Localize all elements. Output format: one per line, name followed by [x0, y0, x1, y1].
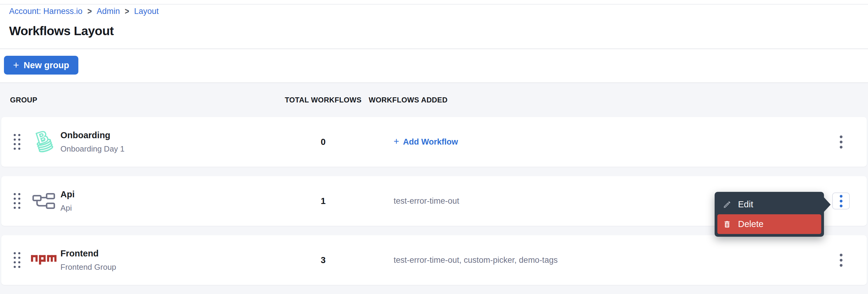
menu-item-edit-label: Edit — [738, 199, 753, 210]
drag-handle-icon[interactable] — [12, 191, 22, 211]
group-name: Api — [60, 189, 272, 199]
group-name: Frontend — [60, 249, 272, 259]
new-group-button[interactable]: + New group — [4, 56, 79, 75]
plus-icon: + — [394, 136, 399, 147]
menu-item-delete[interactable]: Delete — [717, 214, 821, 234]
add-workflow-link[interactable]: + Add Workflow — [394, 137, 458, 147]
stacked-layers-logo-icon: B — [31, 127, 57, 156]
breadcrumb-admin-link[interactable]: Admin — [97, 7, 120, 16]
total-workflows-value: 3 — [278, 255, 369, 265]
chevron-right-icon: > — [88, 6, 92, 16]
column-header-group: GROUP — [1, 96, 278, 104]
page-header: Account: Harness.io > Admin > Layout Wor… — [9, 7, 158, 38]
trash-icon — [723, 220, 731, 228]
plus-icon: + — [13, 60, 19, 70]
add-workflow-label: Add Workflow — [403, 137, 458, 147]
drag-handle-icon[interactable] — [12, 132, 22, 152]
total-workflows-value: 0 — [278, 137, 369, 147]
sitemap-icon — [32, 192, 55, 210]
group-description: Api — [60, 204, 272, 213]
breadcrumb-layout-link[interactable]: Layout — [134, 7, 158, 16]
table-row-frontend: Frontend Frontend Group 3 test-error-tim… — [1, 235, 867, 285]
page-title: Workflows Layout — [9, 24, 158, 38]
context-menu-arrow — [824, 197, 831, 213]
pencil-icon — [723, 200, 731, 209]
chevron-right-icon: > — [125, 6, 129, 16]
group-name: Onboarding — [60, 130, 272, 140]
column-header-total-workflows: TOTAL WORKFLOWS — [278, 96, 369, 104]
svg-text:B: B — [34, 127, 51, 148]
workflows-added-value: test-error-time-out, custom-picker, demo… — [369, 256, 815, 265]
breadcrumb: Account: Harness.io > Admin > Layout — [9, 7, 158, 16]
total-workflows-value: 1 — [278, 196, 369, 206]
table-header-row: GROUP TOTAL WORKFLOWS WORKFLOWS ADDED — [1, 83, 867, 117]
row-menu-kebab-icon-active[interactable] — [832, 192, 850, 210]
workflows-layout-table: GROUP TOTAL WORKFLOWS WORKFLOWS ADDED B — [0, 83, 868, 294]
group-description: Frontend Group — [60, 262, 272, 272]
menu-item-edit[interactable]: Edit — [717, 194, 821, 214]
npm-logo-icon — [31, 255, 57, 265]
top-divider — [0, 4, 868, 5]
row-context-menu: Edit Delete — [715, 192, 824, 237]
row-menu-kebab-icon[interactable] — [836, 251, 847, 270]
header-divider — [0, 48, 868, 49]
column-header-workflows-added: WORKFLOWS ADDED — [369, 96, 815, 104]
table-row-onboarding: B Onboarding Onboarding Day 1 0 + Add Wo… — [1, 117, 867, 167]
breadcrumb-account-link[interactable]: Account: Harness.io — [9, 7, 83, 16]
menu-item-delete-label: Delete — [738, 219, 764, 229]
new-group-button-label: New group — [24, 60, 69, 70]
drag-handle-icon[interactable] — [12, 250, 22, 270]
row-menu-kebab-icon[interactable] — [836, 133, 847, 152]
group-description: Onboarding Day 1 — [60, 144, 272, 154]
